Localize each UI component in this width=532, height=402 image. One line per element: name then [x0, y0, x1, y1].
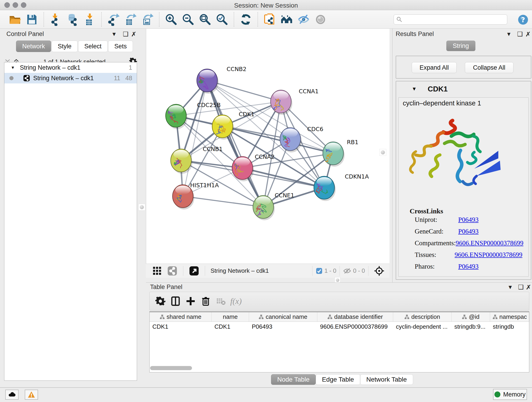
hidden-eye-icon: [343, 268, 351, 274]
node-CDKN1A[interactable]: CDKN1A: [314, 173, 369, 201]
tab-sets[interactable]: Sets: [108, 41, 133, 52]
search-box[interactable]: [394, 14, 507, 25]
export-table-button[interactable]: [122, 12, 139, 27]
welcome-screen-button[interactable]: [278, 12, 295, 27]
zoom-out-button[interactable]: [180, 12, 196, 27]
node-label-CDC25B: CDC25B: [197, 102, 221, 108]
column-header--id[interactable]: @id: [452, 312, 490, 322]
table-cell[interactable]: stringdb:9...: [452, 322, 490, 332]
crosslink-link[interactable]: P06493: [458, 228, 479, 239]
table-cell[interactable]: CDK1: [150, 322, 212, 332]
node-HIST1H1A[interactable]: HIST1H1A: [172, 182, 219, 210]
grid-view-icon[interactable]: [150, 264, 165, 278]
import-network-database-button[interactable]: [64, 12, 81, 27]
table-cell[interactable]: P06493: [249, 322, 317, 332]
tab-string[interactable]: String: [446, 41, 475, 51]
column-header-canonical-name[interactable]: canonical name: [249, 312, 317, 322]
open-in-window-icon[interactable]: [186, 264, 202, 278]
node-label-CDK1: CDK1: [239, 111, 254, 118]
tab-edge-table[interactable]: Edge Table: [316, 374, 360, 385]
add-column-icon[interactable]: [183, 294, 198, 308]
results-float-icon[interactable]: ▼: [506, 31, 512, 37]
table-close-icon[interactable]: ✗: [526, 283, 531, 291]
table-cell[interactable]: 9606.ENSP00000378699: [317, 322, 393, 332]
expand-all-button[interactable]: Expand All: [412, 62, 457, 73]
gene-header[interactable]: ▼ CDK1: [397, 82, 530, 96]
table-cell[interactable]: stringdb: [490, 322, 530, 332]
collapse-all-button[interactable]: Collapse All: [465, 62, 513, 73]
refresh-button[interactable]: [237, 12, 254, 27]
warnings-button[interactable]: [25, 390, 38, 400]
selected-checkbox-icon[interactable]: [316, 268, 323, 274]
tab-network[interactable]: Network: [16, 41, 51, 52]
zoom-fit-button[interactable]: [196, 12, 214, 27]
export-image-icon: [141, 13, 154, 26]
column-header-shared-name[interactable]: shared name: [150, 312, 212, 322]
crosslink-link[interactable]: P06493: [458, 216, 479, 227]
table-hscrollbar-thumb[interactable]: [150, 366, 192, 370]
table-cell[interactable]: CDK1: [212, 322, 249, 332]
tab-style[interactable]: Style: [51, 41, 78, 52]
network-footer-bar: String Network – cdk1 1 - 0 0 - 0: [146, 264, 389, 278]
network-canvas[interactable]: CCNB2 CCNA1 CDC25B CDK1 CDC6 RB1 CCNB1: [146, 29, 389, 264]
zoom-in-button[interactable]: [163, 12, 180, 27]
fit-selected-crosshair-icon[interactable]: [372, 264, 387, 278]
gene-name: CDK1: [428, 85, 448, 93]
export-network-button[interactable]: [105, 12, 122, 27]
close-panel-icon[interactable]: ✗: [131, 31, 136, 38]
table-options-gear-icon[interactable]: [153, 294, 168, 308]
results-close-icon[interactable]: ✗: [525, 31, 531, 38]
import-network-button[interactable]: [47, 12, 64, 27]
node-RB1[interactable]: RB1: [323, 139, 358, 167]
node-CDC6[interactable]: CDC6: [280, 126, 323, 153]
delete-column-icon[interactable]: [198, 294, 213, 308]
tab-network-table[interactable]: Network Table: [360, 374, 413, 385]
cloud-button[interactable]: [5, 390, 19, 400]
bottom-splitter[interactable]: [146, 278, 392, 282]
open-file-button[interactable]: [6, 12, 23, 27]
crosslink-link[interactable]: P06493: [458, 263, 479, 274]
memory-button[interactable]: Memory: [493, 389, 527, 400]
node-label-CCNB2: CCNB2: [227, 66, 247, 72]
presentation-button[interactable]: [312, 12, 329, 27]
export-image-button[interactable]: [139, 12, 156, 27]
help-button[interactable]: ?: [517, 14, 529, 26]
crosslink-link[interactable]: 9606.ENSP00000378699: [455, 251, 522, 262]
column-header-name[interactable]: name: [212, 312, 249, 322]
search-input[interactable]: [404, 16, 505, 23]
results-undock-icon[interactable]: ❑: [517, 31, 523, 38]
zoom-selected-button[interactable]: [214, 12, 230, 27]
tab-select[interactable]: Select: [78, 41, 108, 52]
title-bar: Session: New Session: [0, 0, 532, 10]
right-splitter-handle[interactable]: [380, 149, 386, 156]
network-share-view-icon[interactable]: [165, 264, 180, 278]
column-header-description[interactable]: description: [393, 312, 452, 322]
edge-CCNB2-HIST1H1A[interactable]: [183, 80, 207, 196]
table-cell[interactable]: cyclin-dependent ...: [393, 322, 452, 332]
show-columns-icon[interactable]: [168, 294, 183, 308]
crosslink-link[interactable]: 9606.ENSP00000378699: [456, 239, 524, 250]
tab-node-table[interactable]: Node Table: [271, 374, 316, 385]
edge-HIST1H1A-CCNE1[interactable]: [183, 196, 263, 207]
hide-graphics-button[interactable]: [295, 12, 312, 27]
collapse-gene-icon[interactable]: ▼: [412, 86, 417, 92]
table-float-icon[interactable]: ▼: [507, 284, 513, 290]
column-header-namespac[interactable]: namespac: [490, 312, 530, 322]
collection-expand-icon[interactable]: ▼: [11, 65, 15, 70]
share-document-button[interactable]: [261, 12, 278, 27]
node-CCNE1[interactable]: CCNE1: [253, 192, 294, 220]
import-table-button[interactable]: [81, 12, 98, 27]
tree-row-network[interactable]: String Network – cdk1 11 48: [4, 73, 137, 83]
table-row[interactable]: CDK1CDK1P064939606.ENSP00000378699cyclin…: [150, 322, 529, 332]
node-CCNA1[interactable]: CCNA1: [271, 88, 319, 115]
undock-panel-icon[interactable]: ❑: [123, 31, 128, 38]
left-splitter-handle[interactable]: [138, 204, 145, 211]
column-header-database-identifier[interactable]: database identifier: [317, 312, 393, 322]
tree-row-collection[interactable]: ▼ String Network – cdk1 1: [4, 62, 137, 73]
save-session-button[interactable]: [23, 12, 40, 27]
table-undock-icon[interactable]: ❑: [518, 283, 524, 291]
results-panel: Results Panel ▼ ❑ ✗ String Expand All Co…: [392, 29, 532, 282]
zoom-out-icon: [182, 13, 195, 26]
float-panel-icon[interactable]: ▼: [111, 31, 117, 37]
node-label-CCNA1: CCNA1: [299, 88, 319, 95]
